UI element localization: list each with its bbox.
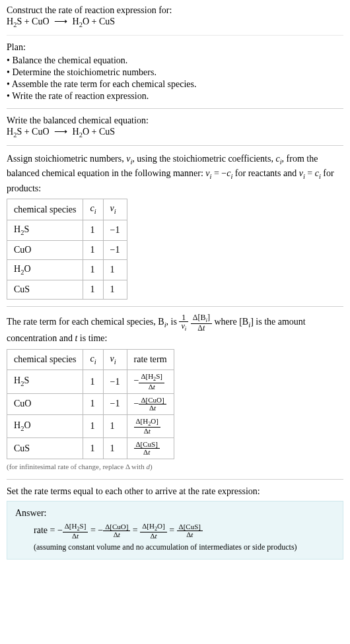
plan-item: • Write the rate of reaction expression.: [7, 91, 343, 102]
cell-species: H2O: [7, 414, 83, 437]
balanced-title: Write the balanced chemical equation:: [7, 115, 343, 126]
col-nui: νi: [103, 199, 127, 220]
plan-list: • Balance the chemical equation. • Deter…: [7, 55, 343, 102]
rateterm-block: The rate term for each chemical species,…: [7, 313, 343, 472]
cell-species: H2S: [7, 220, 83, 240]
cell-nui: 1: [103, 259, 127, 280]
cell-ci: 1: [83, 259, 103, 280]
table-header-row: chemical species ci νi rate term: [7, 349, 174, 370]
stoich-table: chemical species ci νi H2S 1 −1 CuO 1 −1…: [7, 199, 127, 300]
col-ci: ci: [83, 199, 103, 220]
answer-equation: rate = −Δ[H2S]Δt = −Δ[CuO]Δt = Δ[H2O]Δt …: [15, 523, 335, 540]
stoich-block: Assign stoichiometric numbers, νi, using…: [7, 152, 343, 300]
col-nui: νi: [103, 349, 127, 370]
table-header-row: chemical species ci νi: [7, 199, 127, 220]
cell-species: CuO: [7, 241, 83, 260]
table-row: CuS 1 1 Δ[CuS]Δt: [7, 438, 174, 459]
plan-item: • Balance the chemical equation.: [7, 55, 343, 66]
equation: H2S + CuO ⟶ H2O + CuS: [7, 16, 343, 28]
cell-ci: 1: [83, 414, 103, 437]
table-row: H2S 1 −1 −Δ[H2S]Δt: [7, 370, 174, 393]
answer-note: (assuming constant volume and no accumul…: [15, 542, 335, 552]
divider: [7, 108, 343, 109]
table-row: CuS 1 1: [7, 280, 127, 300]
cell-species: H2O: [7, 259, 83, 280]
table-row: H2O 1 1: [7, 259, 127, 280]
table-row: H2S 1 −1: [7, 220, 127, 240]
rateterm-table: chemical species ci νi rate term H2S 1 −…: [7, 349, 174, 459]
cell-nui: −1: [103, 241, 127, 260]
cell-nui: 1: [103, 280, 127, 300]
final-intro: Set the rate terms equal to each other t…: [7, 486, 343, 497]
final-block: Set the rate terms equal to each other t…: [7, 486, 343, 560]
prompt-text: Construct the rate of reaction expressio…: [7, 5, 343, 16]
cell-ci: 1: [83, 280, 103, 300]
cell-rate: Δ[CuS]Δt: [127, 438, 174, 459]
cell-ci: 1: [83, 220, 103, 240]
header-block: Construct the rate of reaction expressio…: [7, 5, 343, 28]
answer-label: Answer:: [15, 508, 335, 519]
cell-species: CuO: [7, 393, 83, 414]
table-row: H2O 1 1 Δ[H2O]Δt: [7, 414, 174, 437]
stoich-intro: Assign stoichiometric numbers, νi, using…: [7, 152, 343, 195]
cell-ci: 1: [83, 241, 103, 260]
cell-ci: 1: [83, 370, 103, 393]
divider: [7, 145, 343, 146]
cell-nui: 1: [103, 414, 127, 437]
divider: [7, 35, 343, 36]
plan-item: • Determine the stoichiometric numbers.: [7, 67, 343, 78]
cell-nui: 1: [103, 438, 127, 459]
col-rate: rate term: [127, 349, 174, 370]
col-ci: ci: [83, 349, 103, 370]
balanced-block: Write the balanced chemical equation: H2…: [7, 115, 343, 139]
cell-ci: 1: [83, 438, 103, 459]
cell-nui: −1: [103, 393, 127, 414]
cell-rate: Δ[H2O]Δt: [127, 414, 174, 437]
plan-title: Plan:: [7, 42, 343, 53]
cell-species: CuS: [7, 280, 83, 300]
table-row: CuO 1 −1: [7, 241, 127, 260]
balanced-equation: H2S + CuO ⟶ H2O + CuS: [7, 126, 343, 139]
cell-species: CuS: [7, 438, 83, 459]
table-row: CuO 1 −1 −Δ[CuO]Δt: [7, 393, 174, 414]
cell-nui: −1: [103, 370, 127, 393]
col-species: chemical species: [7, 199, 83, 220]
cell-rate: −Δ[CuO]Δt: [127, 393, 174, 414]
cell-nui: −1: [103, 220, 127, 240]
rateterm-note: (for infinitesimal rate of change, repla…: [7, 462, 343, 472]
cell-species: H2S: [7, 370, 83, 393]
divider: [7, 306, 343, 307]
plan-item: • Assemble the rate term for each chemic…: [7, 79, 343, 90]
answer-box: Answer: rate = −Δ[H2S]Δt = −Δ[CuO]Δt = Δ…: [7, 501, 343, 560]
rateterm-intro: The rate term for each chemical species,…: [7, 313, 343, 345]
col-species: chemical species: [7, 349, 83, 370]
cell-ci: 1: [83, 393, 103, 414]
plan-block: Plan: • Balance the chemical equation. •…: [7, 42, 343, 102]
cell-rate: −Δ[H2S]Δt: [127, 370, 174, 393]
divider: [7, 479, 343, 480]
